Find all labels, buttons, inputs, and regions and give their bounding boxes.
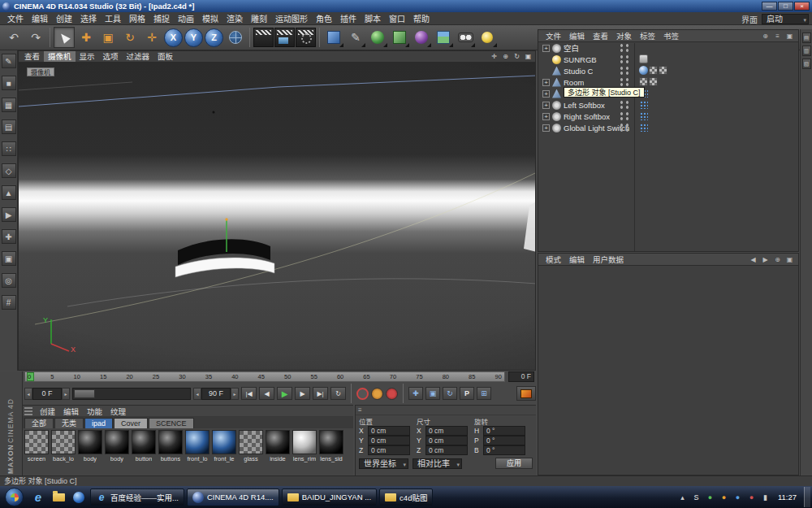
object-row[interactable]: 空白 bbox=[538, 42, 798, 54]
object-label[interactable]: 空白 bbox=[564, 42, 579, 54]
material-tab[interactable]: Cover bbox=[114, 418, 148, 428]
tag-icon[interactable] bbox=[639, 123, 648, 132]
tray-icon[interactable]: ● bbox=[746, 492, 757, 502]
parameter-record-button[interactable]: P bbox=[460, 387, 474, 400]
coordinate-system-button[interactable] bbox=[225, 27, 246, 48]
timeline-slider[interactable] bbox=[72, 388, 191, 400]
explorer-quicklaunch-icon[interactable] bbox=[50, 488, 67, 506]
tray-icon[interactable]: ▮ bbox=[760, 492, 771, 502]
goto-end-button[interactable]: ▶| bbox=[313, 387, 328, 400]
menu-item[interactable]: 创建 bbox=[36, 406, 59, 417]
title-bar[interactable]: CINEMA 4D R14.034 Studio (32 Bit) - [Ipa… bbox=[0, 0, 812, 12]
visibility-dots[interactable] bbox=[619, 66, 630, 76]
tag-icon[interactable] bbox=[659, 66, 667, 75]
menu-item[interactable]: 编辑 bbox=[565, 254, 589, 265]
expander-icon[interactable] bbox=[542, 67, 550, 75]
material-thumbnail[interactable] bbox=[105, 430, 129, 454]
layout-dropdown[interactable]: 启动 bbox=[762, 14, 809, 24]
menu-item[interactable]: 网格 bbox=[125, 12, 149, 24]
visibility-dots[interactable] bbox=[619, 54, 630, 64]
menu-item[interactable]: 用户数据 bbox=[589, 254, 628, 265]
render-to-picture-button[interactable] bbox=[274, 28, 295, 47]
tag-icon[interactable] bbox=[639, 66, 648, 75]
material-item[interactable]: body bbox=[77, 430, 103, 462]
generator-button[interactable] bbox=[367, 27, 388, 48]
view-control-icon[interactable]: ▣ bbox=[523, 52, 533, 62]
search-icon[interactable]: ⊕ bbox=[760, 31, 771, 41]
material-thumbnail[interactable] bbox=[51, 430, 76, 454]
material-thumbnail[interactable] bbox=[78, 430, 102, 454]
environment-button[interactable] bbox=[433, 27, 454, 48]
autokey-button[interactable] bbox=[371, 388, 383, 400]
expander-icon[interactable] bbox=[542, 56, 550, 63]
viewport-canvas[interactable]: Y X 摄像机 bbox=[19, 63, 535, 370]
position-field[interactable]: 0 cm bbox=[368, 426, 410, 436]
viewport-menu-item[interactable]: 显示 bbox=[76, 51, 99, 62]
material-thumbnail[interactable] bbox=[158, 430, 183, 454]
axis-lock-button[interactable]: Y bbox=[184, 28, 203, 47]
object-label[interactable]: SUNRGB bbox=[564, 55, 597, 64]
menu-item[interactable]: 对象 bbox=[612, 30, 636, 41]
axis-lock-button[interactable]: X bbox=[164, 28, 183, 47]
spinner-left-icon[interactable]: ◂ bbox=[193, 388, 201, 400]
menu-item[interactable]: 功能 bbox=[83, 406, 106, 417]
tag-icon[interactable] bbox=[649, 66, 658, 75]
material-item[interactable]: lens_sid bbox=[318, 430, 344, 462]
visibility-dots[interactable] bbox=[619, 77, 630, 87]
play-button[interactable]: ▶ bbox=[277, 387, 292, 400]
material-thumbnail[interactable] bbox=[319, 430, 343, 454]
spline-pen-button[interactable]: ✎ bbox=[345, 27, 366, 48]
tag-icon[interactable] bbox=[639, 111, 648, 120]
menu-item[interactable]: 模拟 bbox=[198, 12, 222, 24]
menu-item[interactable]: 选择 bbox=[76, 12, 101, 24]
material-item[interactable]: buttons bbox=[158, 430, 184, 462]
material-item[interactable]: front_lo bbox=[184, 430, 210, 462]
end-frame-spinner[interactable]: ◂ 90 F ▸ bbox=[193, 388, 239, 400]
expander-icon[interactable] bbox=[542, 113, 550, 120]
menu-item[interactable]: 脚本 bbox=[361, 12, 385, 24]
material-item[interactable]: screen bbox=[24, 430, 50, 462]
menu-item[interactable]: 捕捉 bbox=[149, 12, 174, 24]
menu-item[interactable]: 标签 bbox=[636, 30, 659, 41]
taskbar-button[interactable]: CINEMA 4D R14.... bbox=[187, 488, 279, 506]
scale-record-button[interactable]: ▣ bbox=[425, 387, 440, 400]
layout-tab[interactable]: ▤ bbox=[802, 33, 811, 43]
viewport-menu-item[interactable]: 选项 bbox=[99, 51, 123, 62]
visibility-dots[interactable] bbox=[619, 111, 630, 121]
material-item[interactable]: body bbox=[104, 430, 130, 462]
end-frame-value[interactable]: 90 F bbox=[201, 388, 231, 400]
tray-icon[interactable]: ● bbox=[719, 492, 729, 502]
expander-icon[interactable] bbox=[542, 102, 550, 109]
modeling-button[interactable] bbox=[389, 27, 410, 48]
material-thumbnail[interactable] bbox=[24, 430, 49, 454]
live-selection-button[interactable] bbox=[54, 27, 75, 48]
mode-icon[interactable]: # bbox=[2, 295, 16, 310]
tray-icon[interactable]: S bbox=[691, 492, 702, 502]
mode-icon[interactable]: ▲ bbox=[2, 185, 16, 200]
size-field[interactable]: 0 cm bbox=[425, 436, 468, 445]
minimize-button[interactable]: — bbox=[762, 2, 777, 11]
menu-item[interactable]: 查看 bbox=[589, 30, 612, 41]
layout-tab[interactable]: ▥ bbox=[802, 46, 811, 56]
menu-item[interactable]: 模式 bbox=[542, 254, 565, 265]
keyframe-selection-button[interactable] bbox=[386, 388, 398, 400]
material-thumbnail[interactable] bbox=[132, 430, 156, 454]
object-row[interactable]: Room bbox=[538, 76, 798, 88]
menu-item[interactable]: 纹理 bbox=[106, 406, 130, 417]
mode-icon[interactable]: ▶ bbox=[2, 207, 16, 222]
mode-icon[interactable]: ■ bbox=[2, 76, 16, 90]
timeline-ruler[interactable]: 051015202530354045505560657075808590 bbox=[24, 371, 505, 382]
render-settings-button[interactable] bbox=[296, 28, 316, 47]
material-thumbnail[interactable] bbox=[185, 430, 209, 454]
object-label[interactable]: Right Softbox bbox=[564, 112, 610, 121]
mode-icon[interactable]: ◎ bbox=[2, 273, 16, 288]
position-field[interactable]: 0 cm bbox=[368, 436, 410, 445]
expander-icon[interactable] bbox=[542, 124, 550, 132]
material-tab[interactable]: 全部 bbox=[24, 418, 54, 428]
next-frame-button[interactable]: ▶ bbox=[295, 387, 310, 400]
object-label[interactable]: Room bbox=[564, 78, 584, 87]
redo-button[interactable]: ↷ bbox=[25, 27, 46, 48]
slider-handle[interactable] bbox=[74, 389, 95, 398]
taskbar-button[interactable]: BAIDU_JINGYAN ... bbox=[282, 488, 377, 506]
object-row[interactable]: SUNRGB bbox=[538, 54, 798, 65]
